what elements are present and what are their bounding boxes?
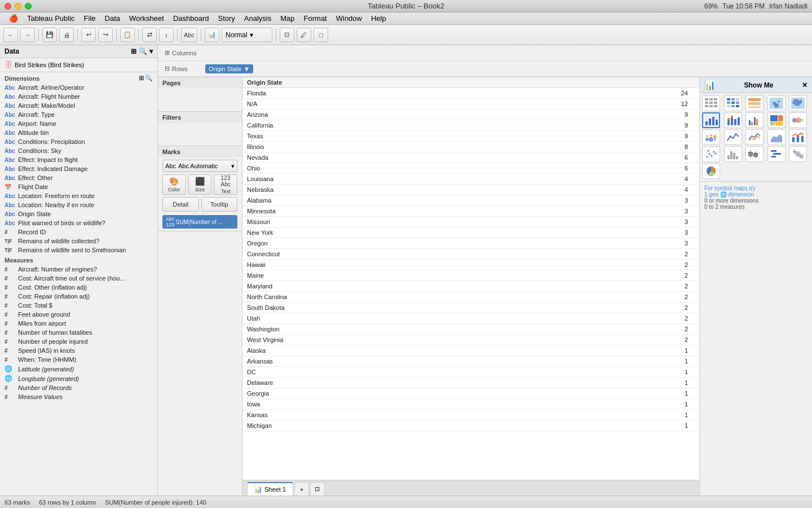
menu-worksheet[interactable]: Worksheet (125, 13, 169, 24)
table-row[interactable]: New York3 (242, 227, 699, 238)
close-button[interactable] (5, 3, 11, 10)
field-fatalities[interactable]: # Number of human fatalities (0, 328, 157, 337)
table-row[interactable]: Kansas1 (242, 410, 699, 421)
table-row[interactable]: South Dakota2 (242, 303, 699, 313)
table-row[interactable]: Hawaii2 (242, 260, 699, 270)
detail-button[interactable]: Detail (162, 197, 199, 212)
table-row[interactable]: N/A12 (242, 99, 699, 110)
field-num-records[interactable]: # Number of Records (0, 383, 157, 392)
chart-treemap[interactable] (767, 112, 785, 128)
fit-button[interactable]: ⊡ (280, 28, 294, 42)
field-location-nearby[interactable]: Abc Location: Nearby if en route (0, 200, 157, 209)
menu-tableau[interactable]: Tableau Public (23, 13, 80, 24)
chart-dual-line[interactable] (745, 129, 764, 145)
table-row[interactable]: Florida24 (242, 88, 699, 99)
chart-bullet[interactable] (789, 146, 807, 162)
print-button[interactable]: 🖨 (59, 28, 74, 42)
undo-button[interactable]: ↩ (81, 28, 96, 42)
new-dashboard-button[interactable]: ⊡ (310, 482, 325, 496)
back-button[interactable]: ← (3, 28, 18, 42)
chart-text-table[interactable] (702, 95, 720, 111)
table-row[interactable]: Michigan1 (242, 421, 699, 431)
table-row[interactable]: Illinois8 (242, 142, 699, 152)
menu-window[interactable]: Window (332, 13, 367, 24)
save-button[interactable]: 💾 (42, 28, 57, 42)
dimensions-grid-icon[interactable]: ⊞ (139, 75, 144, 82)
table-row[interactable]: Delaware1 (242, 378, 699, 388)
table-row[interactable]: Alabama3 (242, 195, 699, 206)
field-cost-total[interactable]: # Cost: Total $ (0, 301, 157, 310)
field-latitude[interactable]: 🌐 Latitude (generated) (0, 364, 157, 374)
field-time[interactable]: # When: Time (HHMM) (0, 355, 157, 364)
field-conditions-precip[interactable]: Abc Conditions: Precipitation (0, 137, 157, 146)
field-measure-values[interactable]: # Measure Values (0, 392, 157, 401)
table-row[interactable]: DC1 (242, 367, 699, 378)
field-effect-other[interactable]: Abc Effect: Other (0, 173, 157, 182)
table-row[interactable]: Texas9 (242, 131, 699, 142)
menu-format[interactable]: Format (299, 13, 332, 24)
table-row[interactable]: Nevada6 (242, 152, 699, 163)
dimensions-search-icon[interactable]: 🔍 (145, 75, 153, 82)
menu-help[interactable]: Help (367, 13, 391, 24)
table-row[interactable]: Arkansas1 (242, 356, 699, 367)
field-injured[interactable]: # Number of people injured (0, 337, 157, 346)
rows-origin-state-pill[interactable]: Origin State ▼ (205, 64, 253, 73)
field-cost-aircraft-time[interactable]: # Cost: Aircraft time out of service (ho… (0, 274, 157, 283)
chart-box-plot[interactable] (745, 146, 764, 162)
highlight-button[interactable]: □ (314, 28, 328, 42)
tooltip-button[interactable]: Tooltip (201, 197, 238, 212)
chart-symbol-map[interactable] (767, 95, 785, 111)
chart-circle[interactable] (789, 112, 807, 128)
data-panel-grid-icon[interactable]: ⊞ (131, 47, 136, 55)
table-row[interactable]: Utah2 (242, 313, 699, 324)
menu-map[interactable]: Map (276, 13, 299, 24)
field-record-id[interactable]: # Record ID (0, 227, 157, 237)
chart-heat-map[interactable] (724, 95, 742, 111)
field-effect-damage[interactable]: Abc Effect: Indicated Damage (0, 164, 157, 173)
field-airport-name[interactable]: Abc Airport: Name (0, 119, 157, 128)
field-cost-repair[interactable]: # Cost: Repair (inflation adj) (0, 292, 157, 301)
swap-button[interactable]: ⇄ (142, 28, 157, 42)
chart-scatter[interactable] (702, 146, 720, 162)
data-panel-search-icon[interactable]: 🔍 (139, 47, 147, 55)
table-row[interactable]: Minnesota3 (242, 206, 699, 217)
sum-number-pill[interactable]: Abc123 SUM(Number of ... (162, 215, 237, 229)
field-miles-airport[interactable]: # Miles from airport (0, 319, 157, 328)
new-sheet-button[interactable]: + (294, 482, 309, 496)
chart-highlight-table[interactable] (745, 95, 764, 111)
color-button[interactable]: 🎨 Color (162, 174, 186, 195)
menu-dashboard[interactable]: Dashboard (169, 13, 214, 24)
new-datasource-button[interactable]: 📋 (120, 28, 135, 42)
table-row[interactable]: Maryland2 (242, 281, 699, 292)
show-me-close-icon[interactable]: ✕ (802, 81, 807, 89)
sort-asc-button[interactable]: ↕ (159, 28, 174, 42)
filters-content[interactable] (158, 123, 242, 146)
table-row[interactable]: Washington2 (242, 324, 699, 335)
table-row[interactable]: Connecticut2 (242, 249, 699, 260)
field-cost-other[interactable]: # Cost: Other (inflation adj) (0, 283, 157, 292)
field-conditions-sky[interactable]: Abc Conditions: Sky (0, 146, 157, 155)
sheet-tab-1[interactable]: 📊 Sheet 1 (247, 482, 293, 496)
table-row[interactable]: North Carolina2 (242, 292, 699, 303)
field-longitude[interactable]: 🌐 Longitude (generated) (0, 374, 157, 383)
size-button[interactable]: ⬛ Size (188, 174, 212, 195)
table-row[interactable]: Louisiana4 (242, 174, 699, 185)
marks-type-selector[interactable]: Abc Abc Automatic ▾ (162, 160, 237, 172)
table-row[interactable]: Iowa1 (242, 399, 699, 410)
chart-pie[interactable] (702, 163, 720, 179)
field-feet-above[interactable]: # Feet above ground (0, 310, 157, 319)
menu-story[interactable]: Story (214, 13, 240, 24)
field-pilot-warned[interactable]: Abc Pilot warned of birds or wildlife? (0, 218, 157, 227)
field-effect-impact[interactable]: Abc Effect: Impact to flight (0, 155, 157, 164)
field-num-engines[interactable]: # Aircraft: Number of engines? (0, 265, 157, 274)
table-row[interactable]: Oregon3 (242, 238, 699, 249)
field-speed[interactable]: # Speed (IAS) in knots (0, 346, 157, 355)
chart-line[interactable] (724, 129, 742, 145)
chart-area[interactable] (767, 129, 785, 145)
maximize-button[interactable] (25, 3, 32, 10)
field-make-model[interactable]: Abc Aircraft: Make/Model (0, 101, 157, 110)
table-row[interactable]: Georgia1 (242, 388, 699, 399)
menu-data[interactable]: Data (100, 13, 125, 24)
field-origin-state[interactable]: Abc Origin State (0, 209, 157, 218)
menu-file[interactable]: File (80, 13, 100, 24)
